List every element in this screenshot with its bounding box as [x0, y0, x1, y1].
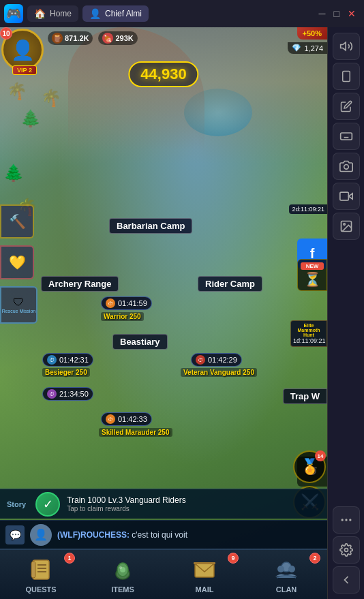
timer-icon-5: ⏱: [47, 389, 57, 399]
chat-username: (WLF)ROUCHESS:: [57, 530, 130, 540]
new-badge: NEW: [301, 262, 324, 270]
svg-marker-14: [340, 42, 346, 50]
window-chrome: 🎮 🏠 Home 👤 Chief Almi ─ □ ✕: [0, 0, 364, 27]
wood-value: 871.2K: [65, 34, 89, 42]
mail-label: MAIL: [196, 585, 214, 594]
trap-label[interactable]: Trap W: [283, 388, 327, 404]
food-value: 293K: [115, 34, 133, 42]
game-area[interactable]: 🌴 🌲 🌴 🌲 🌴 👤 10 VIP 2 🪵 871.2K 🍖 293K +50…: [0, 27, 327, 599]
rider-camp-label[interactable]: Rider Camp: [198, 276, 262, 292]
elite-mammoth-button[interactable]: Elite Mammoth Hunt 1d:11:09:21: [290, 320, 327, 347]
nav-mail[interactable]: 9 MAIL: [164, 550, 245, 599]
chat-avatar: 👤: [30, 524, 52, 546]
bottom-nav: 1 QUESTS: [0, 549, 327, 599]
elite-timer: 1d:11:09:21: [293, 337, 324, 344]
vip-badge: VIP 2: [12, 65, 37, 75]
settings-button[interactable]: [333, 536, 360, 564]
food-icon: 🍖: [102, 33, 113, 44]
road-timer-1: 2d:11:09:21: [289, 204, 327, 214]
elite-label: Elite Mammoth Hunt: [293, 323, 324, 337]
timer-icon-2: ⏱: [47, 355, 57, 365]
mail-icon: [191, 556, 218, 583]
svg-point-30: [349, 519, 351, 521]
gem-button[interactable]: 💛: [0, 245, 34, 279]
beastiary-label[interactable]: Beastiary: [112, 334, 168, 350]
right-sidebar: [327, 27, 364, 599]
svg-rect-25: [339, 192, 348, 200]
story-bar[interactable]: Story ✓ Train 1000 Lv.3 Vanguard Riders …: [0, 489, 327, 519]
quests-label: QUESTS: [25, 585, 56, 594]
tab-game[interactable]: 👤 Chief Almi: [82, 5, 149, 22]
story-title: Train 1000 Lv.3 Vanguard Riders: [67, 495, 320, 505]
items-label: ITEMS: [111, 585, 134, 594]
quests-icon: [27, 556, 55, 583]
chat-text: c'est toi qui voit: [132, 530, 187, 540]
archery-range-label[interactable]: Archery Range: [41, 276, 119, 292]
window-controls: ─ □ ✕: [319, 8, 364, 19]
bluestacks-icon[interactable]: 🎮: [4, 4, 23, 23]
svg-point-31: [344, 549, 348, 552]
minimize-button[interactable]: ─: [319, 8, 326, 19]
more-button[interactable]: [333, 506, 360, 534]
svg-rect-10: [194, 562, 215, 564]
chat-bar[interactable]: 💬 👤 (WLF)ROUCHESS: c'est toi qui voit: [0, 520, 327, 549]
story-subtitle: Tap to claim rewards: [67, 505, 320, 512]
resource-bar: 🪵 871.2K 🍖 293K: [48, 31, 138, 45]
unit-label-warrior: Warrior 250: [101, 312, 144, 321]
gem-count[interactable]: 💎 1,274: [288, 42, 327, 54]
clan-icon: [273, 556, 300, 583]
story-label: Story: [7, 500, 26, 508]
edit-button[interactable]: [333, 93, 360, 120]
unit-label-skilled: Skilled Marauder 250: [99, 428, 172, 437]
nav-items[interactable]: ITEMS: [82, 550, 164, 599]
volume-button[interactable]: [333, 33, 360, 60]
avatar-area[interactable]: 👤 10 VIP 2: [0, 27, 49, 76]
chat-message: (WLF)ROUCHESS: c'est toi qui voit: [57, 530, 187, 540]
unit-label-besieger: Besieger 250: [42, 368, 90, 377]
back-button[interactable]: [333, 566, 360, 594]
svg-marker-24: [348, 194, 352, 199]
taskbar-left: 🎮 🏠 Home 👤 Chief Almi: [0, 4, 153, 23]
food-resource[interactable]: 🍖 293K: [98, 31, 137, 45]
timer-1: ⏱ 01:41:59: [101, 296, 152, 310]
timer-2: ⏱ 01:42:31: [42, 353, 93, 367]
timer-icon-4: ⏱: [106, 414, 115, 424]
svg-point-27: [343, 224, 345, 226]
svg-point-12: [277, 566, 284, 572]
tab-home[interactable]: 🏠 Home: [27, 5, 78, 22]
phone-button[interactable]: [333, 63, 360, 90]
video-button[interactable]: [333, 183, 360, 210]
gallery-button[interactable]: [333, 213, 360, 240]
score-display: 44,930: [128, 61, 198, 87]
nav-quests[interactable]: 1 QUESTS: [0, 550, 82, 599]
keyboard-button[interactable]: [333, 123, 360, 150]
close-button[interactable]: ✕: [348, 8, 356, 19]
timer-5: ⏱ 21:34:50: [42, 387, 93, 401]
barbarian-camp-label[interactable]: Barbarian Camp: [109, 218, 192, 234]
boost-badge[interactable]: +50%: [297, 27, 327, 40]
screenshot-button[interactable]: [333, 153, 360, 180]
wood-resource[interactable]: 🪵 871.2K: [48, 31, 93, 45]
gem-icon: 💎: [292, 44, 301, 52]
nav-clan[interactable]: 2 CLAN: [245, 550, 327, 599]
svg-point-8: [119, 566, 122, 569]
level-badge: 10: [0, 27, 12, 40]
svg-point-23: [344, 165, 348, 170]
svg-point-13: [288, 566, 295, 572]
maximize-button[interactable]: □: [334, 8, 339, 19]
rescue-button[interactable]: 🛡 Rescue Mission: [0, 286, 37, 324]
unit-label-veteran: Veteran Vanguard 250: [181, 368, 257, 377]
items-icon: [109, 556, 136, 583]
clan-battle-button[interactable]: 🏅 14: [293, 450, 326, 483]
svg-rect-17: [340, 133, 352, 140]
svg-rect-1: [31, 562, 35, 578]
timer-icon-1: ⏱: [106, 298, 115, 308]
timer-4: ⏱ 01:42:33: [101, 412, 152, 426]
timer-3: ⏱ 01:42:29: [191, 353, 242, 367]
story-check-icon: ✓: [35, 492, 60, 517]
tree-decor: 🌲: [3, 164, 24, 183]
chat-icon-button[interactable]: 💬: [5, 525, 25, 544]
wood-icon: 🪵: [52, 33, 63, 44]
new-event-button[interactable]: NEW ⏳: [297, 259, 327, 291]
hammer-button[interactable]: 🔨: [0, 204, 34, 239]
